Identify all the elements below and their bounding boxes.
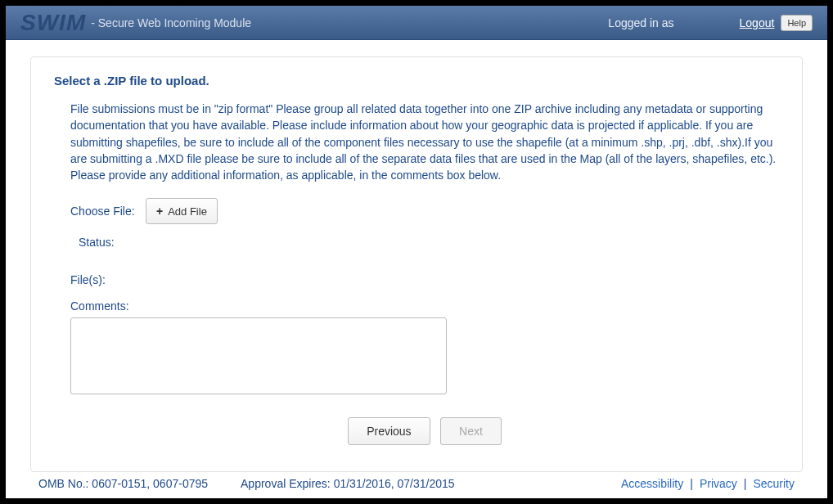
help-button[interactable]: Help: [781, 15, 813, 31]
nav-button-row: Previous Next: [70, 417, 779, 445]
comments-label: Comments:: [70, 299, 779, 313]
status-label: Status:: [79, 236, 115, 249]
app-frame: SWIM - Secure Web Incoming Module Logged…: [6, 6, 827, 498]
upload-card: Select a .ZIP file to upload. File submi…: [30, 56, 803, 472]
privacy-link[interactable]: Privacy: [700, 477, 737, 490]
choose-file-label: Choose File:: [70, 205, 146, 218]
logout-link[interactable]: Logout: [740, 16, 775, 29]
form-section: Choose File: + Add File Status: File(s):…: [70, 198, 779, 445]
accessibility-link[interactable]: Accessibility: [621, 477, 683, 490]
status-row: Status:: [79, 236, 779, 249]
header-bar: SWIM - Secure Web Incoming Module Logged…: [6, 6, 827, 40]
omb-text: OMB No.: 0607-0151, 0607-0795: [38, 477, 208, 490]
add-file-button[interactable]: + Add File: [146, 198, 218, 224]
page-title: Select a .ZIP file to upload.: [54, 74, 779, 88]
security-link[interactable]: Security: [753, 477, 795, 490]
previous-button[interactable]: Previous: [348, 417, 430, 445]
next-button[interactable]: Next: [440, 417, 502, 445]
comments-textarea[interactable]: [70, 317, 447, 394]
approval-text: Approval Expires: 01/31/2016, 07/31/2015: [241, 477, 455, 490]
plus-icon: +: [156, 205, 163, 218]
instructions-text: File submissions must be in "zip format"…: [70, 101, 779, 183]
choose-file-row: Choose File: + Add File: [70, 198, 779, 224]
logged-in-label: Logged in as: [608, 16, 673, 29]
add-file-label: Add File: [168, 205, 207, 218]
app-logo: SWIM: [20, 10, 86, 36]
files-label: File(s):: [70, 273, 779, 286]
app-subtitle: - Secure Web Incoming Module: [91, 16, 251, 29]
footer-bar: OMB No.: 0607-0151, 0607-0795 Approval E…: [6, 469, 827, 498]
